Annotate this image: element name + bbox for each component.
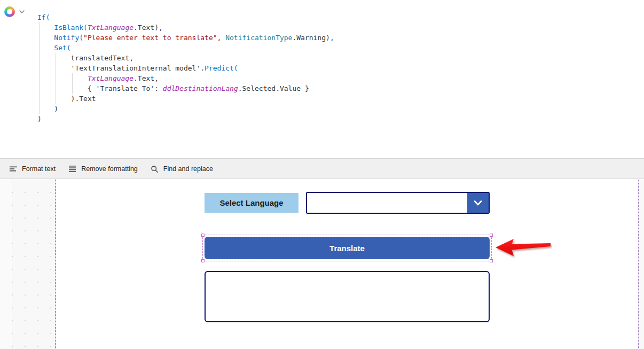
copilot-icon [4, 6, 15, 17]
search-icon [151, 165, 159, 173]
format-text-icon [9, 165, 18, 173]
canvas-left-gutter [0, 180, 12, 349]
chevron-down-icon [19, 9, 25, 15]
remove-formatting-button[interactable]: Remove formatting [62, 162, 144, 176]
translate-button[interactable]: Translate [205, 237, 490, 259]
red-arrow-annotation [494, 237, 552, 259]
chevron-down-icon [473, 200, 483, 206]
formula-bar: If( IsBlank(TxtLanguage.Text), Notify("P… [0, 0, 644, 159]
formula-code-editor[interactable]: If( IsBlank(TxtLanguage.Text), Notify("P… [37, 12, 334, 124]
dropdown-chevron-box[interactable] [467, 193, 489, 213]
format-text-button[interactable]: Format text [3, 162, 61, 176]
remove-formatting-label: Remove formatting [81, 165, 138, 173]
select-language-label[interactable]: Select Language [205, 193, 299, 213]
indent-guide [72, 73, 73, 94]
find-and-replace-label: Find and replace [163, 165, 213, 173]
screen-left-edge[interactable] [55, 180, 56, 349]
remove-formatting-icon [68, 165, 77, 173]
text-formatting-toolbar: Format text Remove formatting Find and r… [0, 159, 644, 179]
find-and-replace-button[interactable]: Find and replace [145, 162, 219, 176]
indent-guide [56, 53, 56, 104]
destination-language-dropdown[interactable] [306, 192, 490, 214]
translated-text-output-box[interactable] [205, 271, 490, 322]
indent-guide [39, 22, 40, 114]
copilot-menu-button[interactable] [4, 6, 25, 17]
format-text-label: Format text [22, 165, 56, 173]
canvas-right-gutter [639, 180, 644, 349]
canvas-dot-grid [12, 180, 55, 349]
